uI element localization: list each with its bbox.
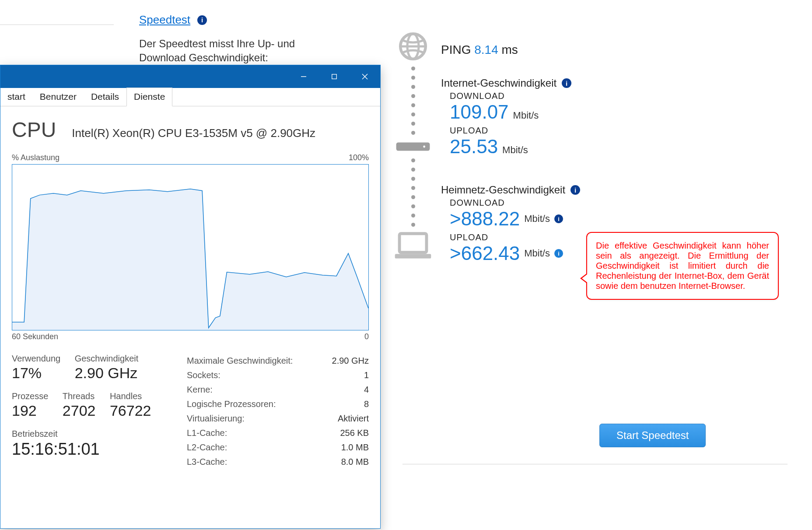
home-download-value: >888.22 Mbit/s i — [450, 208, 580, 230]
kv-key: Kerne: — [187, 385, 213, 395]
stat-label: Verwendung — [12, 354, 60, 364]
ping-value: 8.14 — [474, 43, 498, 56]
stat-verwendung: Verwendung 17% — [12, 354, 60, 382]
maximize-button[interactable] — [319, 65, 350, 88]
home-upload-value: >662.43 Mbit/s i — [450, 242, 580, 264]
info-icon[interactable]: i — [554, 214, 563, 223]
stat-value: 15:16:51:01 — [12, 440, 157, 459]
kv-value: 1.0 MB — [341, 442, 369, 453]
stat-betriebszeit: Betriebszeit 15:16:51:01 — [12, 429, 157, 459]
kv-value: Aktiviert — [338, 414, 369, 424]
stat-label: Threads — [63, 391, 96, 401]
stat-value: 2702 — [63, 402, 96, 419]
internet-speed-title: Internet-Geschwindigkeit i — [441, 77, 580, 89]
globe-icon — [397, 31, 429, 62]
chart-top-left-label: % Auslastung — [12, 153, 60, 162]
tab-details[interactable]: Details — [84, 88, 126, 106]
divider — [402, 464, 788, 464]
svg-rect-5 — [399, 234, 427, 253]
kv-value: 2.90 GHz — [332, 356, 369, 366]
kv-value: 256 KB — [340, 428, 369, 438]
laptop-icon — [394, 231, 432, 262]
stat-label: Prozesse — [12, 391, 48, 401]
router-icon — [396, 139, 430, 154]
home-speed-title-text: Heimnetz-Geschwindigkeit — [441, 184, 565, 196]
divider — [0, 25, 114, 25]
svg-marker-11 — [12, 189, 368, 330]
task-manager-body: CPU Intel(R) Xeon(R) CPU E3-1535M v5 @ 2… — [0, 106, 380, 469]
connection-dots — [411, 158, 415, 227]
speed-note-callout: Die effektive Geschwindigkeit kann höher… — [586, 232, 779, 300]
tab-start[interactable]: start — [0, 88, 33, 106]
tab-dienste[interactable]: Dienste — [126, 88, 172, 106]
cpu-stats: Verwendung 17% Geschwindigkeit 2.90 GHz … — [12, 354, 369, 469]
svg-point-4 — [423, 146, 425, 148]
info-icon[interactable]: i — [554, 249, 563, 258]
kv-key: Sockets: — [187, 370, 220, 380]
speedtest-title-link[interactable]: Speedtest — [139, 13, 190, 27]
home-download-label: DOWNLOAD — [450, 198, 580, 208]
kv-key: Logische Prozessoren: — [187, 399, 276, 409]
titlebar[interactable] — [0, 65, 380, 88]
kv-l2: L2-Cache:1.0 MB — [187, 440, 369, 455]
ping-line: PING 8.14 ms — [441, 43, 580, 57]
svg-rect-6 — [395, 254, 431, 258]
stat-value: 2.90 GHz — [75, 365, 139, 382]
kv-value: 4 — [364, 385, 369, 395]
kv-l1: L1-Cache:256 KB — [187, 426, 369, 440]
kv-key: L3-Cache: — [187, 457, 227, 467]
internet-upload-label: UPLOAD — [450, 126, 580, 136]
tab-benutzer[interactable]: Benutzer — [33, 88, 84, 106]
stat-geschwindigkeit: Geschwindigkeit 2.90 GHz — [75, 354, 139, 382]
close-button[interactable] — [350, 65, 380, 88]
start-speedtest-button[interactable]: Start Speedtest — [599, 424, 706, 447]
svg-rect-8 — [332, 74, 337, 79]
info-icon[interactable]: i — [562, 78, 571, 88]
chart-bottom-left-label: 60 Sekunden — [12, 332, 58, 341]
ping-unit: ms — [502, 43, 518, 56]
chart-bottom-labels: 60 Sekunden 0 — [12, 332, 369, 341]
speedtest-metrics: PING 8.14 ms Internet-Geschwindigkeit i … — [441, 43, 580, 267]
speedtest-icon-column — [396, 31, 430, 262]
value-unit: Mbit/s — [524, 248, 550, 259]
kv-key: L2-Cache: — [187, 442, 227, 453]
cpu-title: CPU — [12, 118, 56, 142]
stat-value: 17% — [12, 365, 60, 382]
chart-bottom-right-label: 0 — [364, 332, 369, 341]
value-text: >888.22 — [450, 208, 520, 230]
internet-speed-title-text: Internet-Geschwindigkeit — [441, 77, 556, 89]
cpu-model: Intel(R) Xeon(R) CPU E3-1535M v5 @ 2.90G… — [72, 126, 315, 140]
stat-label: Betriebszeit — [12, 429, 157, 439]
speedtest-heading: Speedtest i — [139, 13, 207, 27]
chart-top-right-label: 100% — [349, 153, 369, 162]
stat-prozesse: Prozesse 192 — [12, 391, 48, 419]
cpu-stats-right: Maximale Geschwindigkeit:2.90 GHz Socket… — [187, 354, 369, 469]
cpu-header: CPU Intel(R) Xeon(R) CPU E3-1535M v5 @ 2… — [12, 118, 369, 142]
value-unit: Mbit/s — [524, 213, 550, 225]
value-unit: Mbit/s — [502, 144, 528, 156]
kv-value: 1 — [364, 370, 369, 380]
kv-value: 8 — [364, 399, 369, 409]
info-icon[interactable]: i — [197, 15, 207, 25]
cpu-stats-left: Verwendung 17% Geschwindigkeit 2.90 GHz … — [12, 354, 169, 469]
internet-download-value: 109.07 Mbit/s — [450, 101, 580, 123]
stat-label: Handles — [110, 391, 151, 401]
internet-upload-value: 25.53 Mbit/s — [450, 136, 580, 158]
minimize-button[interactable] — [288, 65, 319, 88]
kv-key: Virtualisierung: — [187, 414, 245, 424]
value-text: 25.53 — [450, 136, 498, 158]
connection-dots — [411, 67, 415, 135]
kv-sockets: Sockets:1 — [187, 368, 369, 383]
internet-download-label: DOWNLOAD — [450, 91, 580, 101]
kv-key: Maximale Geschwindigkeit: — [187, 356, 293, 366]
task-manager-window: start Benutzer Details Dienste CPU Intel… — [0, 65, 381, 529]
stat-label: Geschwindigkeit — [75, 354, 139, 364]
cpu-usage-chart — [12, 164, 369, 330]
value-unit: Mbit/s — [513, 110, 539, 121]
kv-virt: Virtualisierung:Aktiviert — [187, 411, 369, 426]
stat-threads: Threads 2702 — [63, 391, 96, 419]
value-text: >662.43 — [450, 242, 520, 264]
kv-l3: L3-Cache:8.0 MB — [187, 455, 369, 469]
info-icon[interactable]: i — [570, 185, 580, 195]
tab-bar: start Benutzer Details Dienste — [0, 88, 380, 106]
